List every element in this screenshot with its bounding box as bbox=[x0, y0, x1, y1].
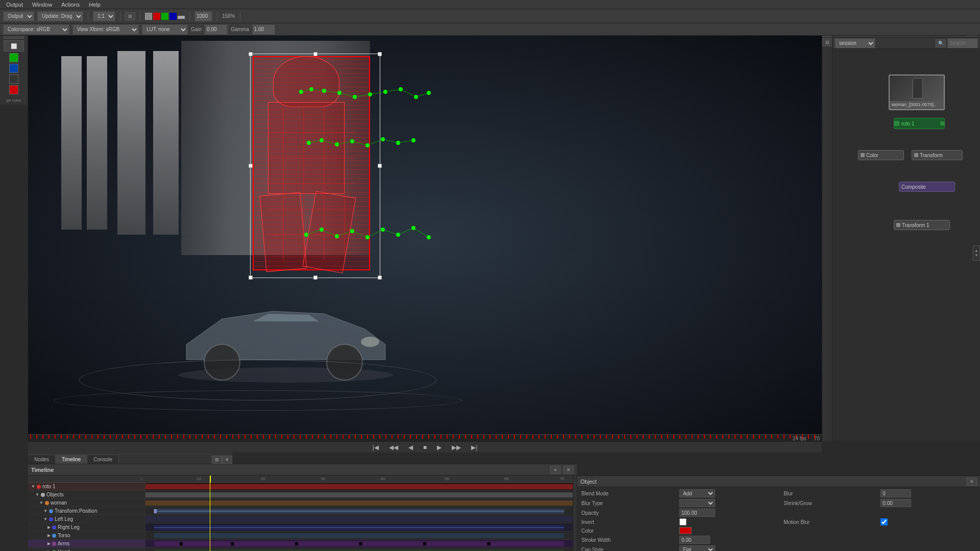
tab-timeline[interactable]: Timeline bbox=[56, 455, 87, 464]
lut-select[interactable]: LUT: none bbox=[142, 24, 188, 35]
expand-arms[interactable]: ▶ bbox=[47, 541, 51, 546]
play-btn[interactable]: ▶ bbox=[435, 443, 444, 452]
tab-console[interactable]: Console bbox=[87, 455, 119, 464]
go-end-btn[interactable]: ▶| bbox=[469, 443, 479, 452]
tl-float-btn[interactable]: ⊞ bbox=[212, 456, 222, 464]
transform1-dots: ··· bbox=[943, 222, 947, 228]
color-swatch-dark[interactable] bbox=[9, 74, 18, 84]
blend-mode-select[interactable]: Add bbox=[679, 489, 715, 497]
scroll-up-arrow[interactable]: ▲ bbox=[974, 248, 978, 253]
expand-torso[interactable]: ▶ bbox=[47, 533, 51, 538]
color-roto1 bbox=[37, 485, 41, 489]
color-objects bbox=[41, 493, 45, 497]
light-panel-4 bbox=[153, 51, 179, 235]
scroll-down-arrow[interactable]: ▼ bbox=[974, 253, 978, 258]
gamma-input[interactable] bbox=[252, 24, 275, 35]
expand-leftleg[interactable]: ▼ bbox=[43, 517, 47, 521]
channel-a[interactable] bbox=[178, 16, 185, 19]
stop-btn[interactable]: ■ bbox=[421, 443, 429, 452]
color-swatch-blue[interactable] bbox=[9, 64, 18, 73]
node-search-input[interactable] bbox=[947, 38, 978, 48]
expand-rightleg[interactable]: ▶ bbox=[47, 525, 51, 530]
woman-node-label: woman_[0001-0070].. bbox=[890, 101, 944, 108]
fit-btn[interactable]: ⊞ bbox=[125, 12, 135, 20]
color-arms bbox=[52, 542, 56, 546]
svg-rect-50 bbox=[359, 542, 362, 545]
roto1-right-port bbox=[940, 121, 944, 126]
next-btn[interactable]: ▶▶ bbox=[450, 443, 463, 452]
session-select[interactable]: session bbox=[835, 38, 875, 48]
color-swatch[interactable] bbox=[679, 527, 692, 534]
label-arms: Arms bbox=[58, 541, 69, 546]
timeline-panel: Timeline ≡ ✕ 1 ▼ roto 1 ▼ Objects bbox=[28, 464, 577, 551]
channel-b[interactable] bbox=[169, 13, 177, 20]
transform1-label: Transform 1 bbox=[902, 222, 929, 228]
node-scroll-arrows[interactable]: ▲ ▼ bbox=[973, 245, 980, 261]
tl-close2-btn[interactable]: ✕ bbox=[564, 466, 574, 474]
svg-rect-45 bbox=[154, 533, 565, 538]
roto1-label: roto 1 bbox=[901, 121, 915, 127]
woman-node[interactable]: woman_[0001-0070].. bbox=[889, 74, 945, 110]
tab-nodes[interactable]: Nodes bbox=[28, 455, 56, 464]
color-leftleg bbox=[49, 517, 53, 521]
gain-label: Gain bbox=[191, 27, 202, 32]
roto1-node[interactable]: roto 1 bbox=[894, 118, 945, 129]
tl-close-btn[interactable]: ✕ bbox=[222, 456, 232, 464]
expand-transform-pos[interactable]: ▼ bbox=[43, 509, 47, 513]
object-props-panel: Object ✕ Blend Mode Add Blur Blur Type S… bbox=[577, 475, 980, 551]
prev-btn[interactable]: ◀ bbox=[406, 443, 415, 452]
channel-r[interactable] bbox=[153, 13, 160, 20]
invert-label: Invert bbox=[581, 519, 675, 525]
transform-node[interactable]: Transform bbox=[912, 150, 963, 160]
channel-g[interactable] bbox=[161, 13, 168, 20]
blur-input[interactable] bbox=[880, 489, 911, 497]
composite-node[interactable]: Composite bbox=[899, 182, 955, 192]
colorspace-select[interactable]: Colorspace: sRGB bbox=[3, 24, 69, 35]
expand-objects[interactable]: ▼ bbox=[35, 492, 39, 497]
invert-checkbox[interactable] bbox=[679, 518, 687, 525]
color-rightleg bbox=[52, 525, 56, 530]
go-start-btn[interactable]: |◀ bbox=[371, 443, 381, 452]
ratio-select[interactable]: 1:1 bbox=[93, 11, 115, 21]
svg-rect-52 bbox=[487, 542, 491, 545]
node-search-btn[interactable]: 🔍 bbox=[936, 39, 946, 47]
cap-style-select[interactable]: Flat bbox=[679, 545, 715, 551]
shrink-grow-input[interactable] bbox=[880, 499, 911, 507]
props-close-btn[interactable]: ✕ bbox=[967, 478, 977, 486]
blur-type-select[interactable] bbox=[679, 499, 715, 507]
color-node[interactable]: Color bbox=[858, 150, 904, 160]
tl-row-roto1: ▼ roto 1 bbox=[28, 483, 145, 491]
gain-input[interactable] bbox=[205, 24, 228, 35]
output-select[interactable]: Output bbox=[3, 11, 34, 21]
ruler-60: 60 bbox=[504, 477, 509, 481]
color-label: Color bbox=[581, 528, 675, 534]
channel-all[interactable] bbox=[145, 13, 152, 20]
blur-label: Blur bbox=[784, 491, 877, 496]
playback-bar: |◀ ◀◀ ◀ ■ ▶ ▶▶ ▶| bbox=[28, 441, 822, 453]
transform-node-label: Transform bbox=[920, 153, 943, 158]
color-swatch-red[interactable] bbox=[9, 85, 18, 94]
motion-blur-checkbox[interactable] bbox=[880, 518, 888, 525]
xform-select[interactable]: View Xform: sRGB bbox=[72, 24, 139, 35]
menu-help[interactable]: Help bbox=[85, 1, 105, 9]
opacity-input[interactable] bbox=[679, 509, 715, 517]
menu-window[interactable]: Window bbox=[28, 1, 56, 9]
tool-brush[interactable]: ⬜ bbox=[4, 40, 24, 52]
expand-woman[interactable]: ▼ bbox=[39, 500, 43, 505]
update-select[interactable]: Update: Drag bbox=[37, 11, 83, 21]
frame-input[interactable] bbox=[194, 11, 212, 21]
tl-menu-btn[interactable]: ≡ bbox=[550, 466, 560, 474]
tl-ruler: 10 20 30 40 50 60 70 bbox=[145, 475, 573, 483]
tl-labels-header bbox=[31, 477, 33, 482]
menu-actions[interactable]: Actions bbox=[57, 1, 84, 9]
tl-row-transform-pos: ▼ Transform:Position bbox=[28, 507, 145, 515]
tl-scrollbar[interactable] bbox=[573, 475, 577, 551]
view-btn-2[interactable]: ⊟ bbox=[822, 38, 832, 46]
prev-frame-btn[interactable]: ◀◀ bbox=[387, 443, 400, 452]
transform1-node[interactable]: Transform 1 ··· bbox=[894, 220, 950, 230]
expand-roto1[interactable]: ▼ bbox=[31, 484, 35, 489]
color-swatch-green[interactable] bbox=[9, 53, 18, 62]
type-color-label: pe color bbox=[7, 98, 21, 103]
stroke-width-input[interactable] bbox=[679, 536, 710, 544]
menu-output[interactable]: Output bbox=[2, 1, 27, 9]
